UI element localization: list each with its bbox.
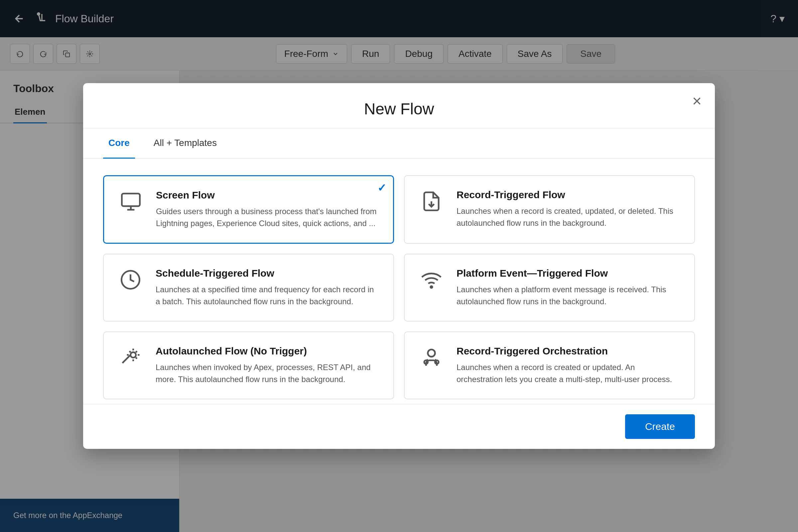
flow-card-autolaunched[interactable]: Autolaunched Flow (No Trigger) Launches … xyxy=(103,331,394,399)
autolaunched-content: Autolaunched Flow (No Trigger) Launches … xyxy=(156,345,380,385)
schedule-triggered-content: Schedule-Triggered Flow Launches at a sp… xyxy=(156,268,380,307)
schedule-triggered-title: Schedule-Triggered Flow xyxy=(156,268,380,279)
modal-footer: Create xyxy=(83,404,715,449)
platform-event-icon xyxy=(418,269,444,291)
screen-flow-content: Screen Flow Guides users through a busin… xyxy=(156,190,380,229)
autolaunched-title: Autolaunched Flow (No Trigger) xyxy=(156,345,380,357)
flow-card-screen-flow[interactable]: Screen Flow Guides users through a busin… xyxy=(103,175,394,244)
platform-event-content: Platform Event—Triggered Flow Launches w… xyxy=(457,268,681,307)
modal-body: Screen Flow Guides users through a busin… xyxy=(83,158,715,404)
screen-flow-desc: Guides users through a business process … xyxy=(156,206,380,229)
modal-title: New Flow xyxy=(364,100,434,118)
orchestration-title: Record-Triggered Orchestration xyxy=(457,345,681,357)
record-triggered-content: Record-Triggered Flow Launches when a re… xyxy=(457,189,681,229)
autolaunched-desc: Launches when invoked by Apex, processes… xyxy=(156,361,380,385)
modal-close-button[interactable]: × xyxy=(692,93,702,109)
tab-all-templates[interactable]: All + Templates xyxy=(148,128,222,158)
svg-point-7 xyxy=(428,349,435,357)
flow-card-platform-event[interactable]: Platform Event—Triggered Flow Launches w… xyxy=(404,254,695,322)
platform-event-title: Platform Event—Triggered Flow xyxy=(457,268,681,279)
record-triggered-title: Record-Triggered Flow xyxy=(457,189,681,201)
flow-card-schedule-triggered[interactable]: Schedule-Triggered Flow Launches at a sp… xyxy=(103,254,394,322)
flow-card-record-triggered[interactable]: Record-Triggered Flow Launches when a re… xyxy=(404,175,695,244)
svg-rect-3 xyxy=(122,193,140,206)
svg-point-6 xyxy=(130,352,136,358)
modal-header: New Flow × xyxy=(83,83,715,128)
orchestration-content: Record-Triggered Orchestration Launches … xyxy=(457,345,681,385)
create-button[interactable]: Create xyxy=(625,414,695,439)
record-icon xyxy=(418,191,444,212)
flow-type-grid: Screen Flow Guides users through a busin… xyxy=(103,175,695,399)
tab-core[interactable]: Core xyxy=(103,128,135,158)
orchestration-icon xyxy=(418,347,444,368)
schedule-triggered-desc: Launches at a specified time and frequen… xyxy=(156,284,380,307)
clock-icon xyxy=(117,269,144,291)
screen-flow-title: Screen Flow xyxy=(156,190,380,201)
modal-tabs: Core All + Templates xyxy=(83,128,715,158)
svg-point-5 xyxy=(430,286,432,288)
orchestration-desc: Launches when a record is created or upd… xyxy=(457,361,681,385)
new-flow-modal: New Flow × Core All + Templates xyxy=(83,83,715,449)
platform-event-desc: Launches when a platform event message i… xyxy=(457,284,681,307)
modal-overlay: New Flow × Core All + Templates xyxy=(0,0,798,532)
monitor-icon xyxy=(117,191,144,212)
record-triggered-desc: Launches when a record is created, updat… xyxy=(457,205,681,229)
magic-icon xyxy=(117,347,144,368)
flow-card-orchestration[interactable]: Record-Triggered Orchestration Launches … xyxy=(404,331,695,399)
